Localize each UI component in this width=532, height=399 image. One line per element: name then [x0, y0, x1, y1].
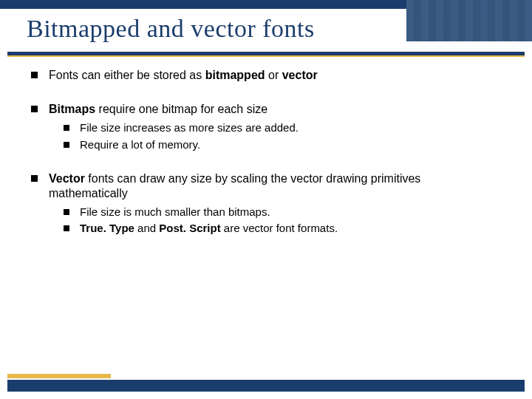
list-item: Vector fonts can draw any size by scalin…: [31, 171, 501, 236]
content-area: Fonts can either be stored as bitmapped …: [31, 68, 501, 255]
bullet-text: True. Type and Post. Script are vector f…: [80, 222, 338, 234]
title-rule: [7, 52, 525, 57]
list-item: File size is much smaller than bitmaps.: [64, 205, 501, 219]
sub-bullet-list: File size increases as more sizes are ad…: [64, 121, 501, 152]
bullet-text: Require a lot of memory.: [80, 138, 200, 151]
footer-bar: [7, 380, 525, 392]
slide: Bitmapped and vector fonts Fonts can eit…: [0, 0, 532, 399]
list-item: True. Type and Post. Script are vector f…: [64, 222, 501, 236]
slide-title: Bitmapped and vector fonts: [27, 15, 505, 43]
bullet-list: Fonts can either be stored as bitmapped …: [31, 68, 501, 236]
bullet-text: Fonts can either be stored as bitmapped …: [49, 69, 318, 81]
list-item: File size increases as more sizes are ad…: [64, 121, 501, 135]
sub-bullet-list: File size is much smaller than bitmaps. …: [64, 205, 501, 236]
bullet-text: Vector fonts can draw any size by scalin…: [49, 172, 420, 200]
header-band: [0, 0, 532, 9]
bullet-text: File size increases as more sizes are ad…: [80, 121, 299, 134]
bullet-text: Bitmaps require one bitmap for each size: [49, 103, 267, 115]
bullet-text: File size is much smaller than bitmaps.: [80, 205, 270, 218]
list-item: Fonts can either be stored as bitmapped …: [31, 68, 501, 83]
list-item: Require a lot of memory.: [64, 138, 501, 152]
list-item: Bitmaps require one bitmap for each size…: [31, 102, 501, 152]
